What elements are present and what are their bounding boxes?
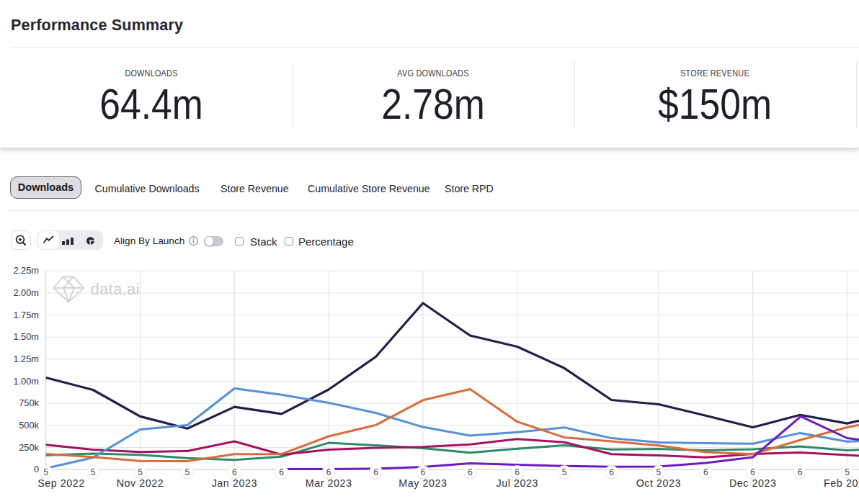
svg-text:Dec 2023: Dec 2023 [729, 477, 777, 489]
svg-text:Nov 2022: Nov 2022 [117, 477, 164, 489]
svg-text:750k: 750k [19, 397, 39, 408]
svg-text:5: 5 [185, 467, 190, 477]
svg-text:5: 5 [43, 467, 48, 477]
svg-text:6: 6 [798, 467, 803, 477]
svg-text:6: 6 [468, 467, 473, 477]
svg-text:5: 5 [138, 467, 143, 477]
svg-text:1.00m: 1.00m [13, 376, 39, 387]
svg-text:6: 6 [279, 467, 284, 477]
svg-text:data.ai: data.ai [91, 280, 140, 298]
svg-text:0: 0 [34, 464, 39, 474]
svg-text:5: 5 [562, 467, 567, 477]
svg-text:1.25m: 1.25m [13, 354, 39, 364]
svg-text:1.50m: 1.50m [13, 331, 39, 342]
svg-text:6: 6 [515, 467, 520, 477]
svg-text:Jan 2023: Jan 2023 [212, 477, 257, 489]
svg-text:5: 5 [91, 467, 96, 477]
svg-text:Feb 2024: Feb 2024 [824, 477, 859, 489]
svg-text:Sep 2022: Sep 2022 [37, 477, 85, 489]
svg-text:2.25m: 2.25m [13, 265, 39, 276]
svg-text:Mar 2023: Mar 2023 [306, 477, 352, 489]
svg-text:2.00m: 2.00m [13, 287, 39, 298]
svg-text:6: 6 [750, 467, 755, 477]
svg-text:6: 6 [703, 467, 708, 477]
svg-text:6: 6 [609, 467, 614, 477]
svg-text:500k: 500k [19, 420, 39, 431]
svg-text:6: 6 [232, 467, 237, 477]
svg-text:250k: 250k [19, 442, 39, 453]
svg-text:6: 6 [421, 467, 426, 477]
svg-text:6: 6 [326, 467, 331, 477]
svg-text:5: 5 [845, 467, 850, 477]
svg-text:May 2023: May 2023 [399, 477, 447, 489]
svg-text:6: 6 [373, 467, 378, 477]
svg-text:Jul 2023: Jul 2023 [496, 477, 538, 489]
svg-text:5: 5 [657, 467, 662, 477]
svg-text:Oct 2023: Oct 2023 [636, 477, 681, 489]
svg-text:1.75m: 1.75m [13, 310, 39, 320]
